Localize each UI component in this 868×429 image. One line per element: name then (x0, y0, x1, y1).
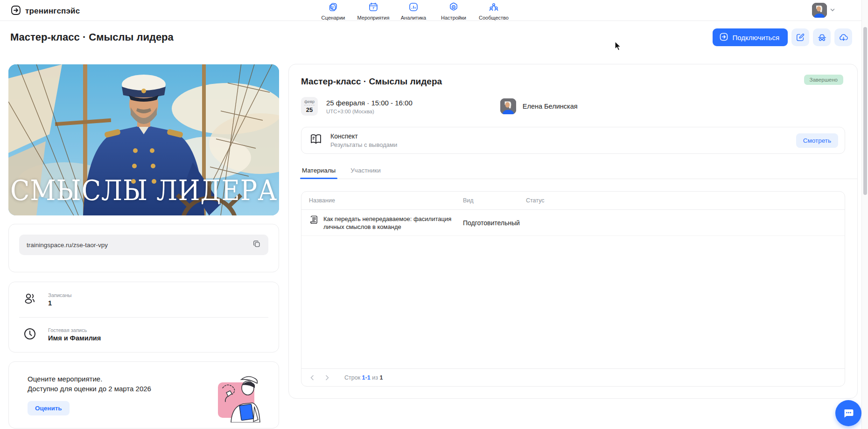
host-name: Елена Белинская (523, 103, 578, 110)
nav-label: Мероприятия (357, 15, 390, 21)
settings-icon (448, 2, 459, 14)
copy-icon[interactable] (252, 240, 261, 250)
event-details-card: Мастер-класс · Смыслы лидера Завершено ф… (288, 64, 858, 399)
community-icon (489, 2, 499, 14)
pagination-text: Строк 1-1 из 1 (344, 374, 383, 381)
enrolled-row: Записаны 1 (19, 282, 268, 317)
document-icon (309, 215, 319, 227)
event-date-text: 25 февраля · 15:00 - 16:00 (326, 99, 413, 107)
nav-label: Аналитика (401, 15, 426, 21)
enter-icon (719, 32, 728, 43)
watch-button[interactable]: Смотреть (796, 133, 838, 148)
nav-item-community[interactable]: Сообщество (474, 2, 514, 21)
rate-button[interactable]: Оценить (28, 401, 70, 415)
edit-button[interactable] (791, 28, 809, 46)
date-chip-day: 25 (306, 106, 313, 113)
chat-icon (842, 407, 854, 419)
chevron-right-icon (324, 374, 330, 381)
nav-item-settings[interactable]: Настройки (434, 2, 474, 21)
event-link-field[interactable]: trainingspace.ru/zse-taor-vpy (19, 235, 268, 255)
col-name: Название (309, 197, 463, 204)
enrolled-value: 1 (48, 299, 71, 307)
rating-illustration (217, 368, 262, 424)
konspekt-title: Конспект (330, 132, 397, 140)
nav-label: Сценарии (322, 15, 345, 21)
chat-button[interactable] (835, 400, 861, 426)
event-host: Елена Белинская (500, 98, 578, 114)
konspekt-bar: Конспект Результаты с выводами Смотреть (301, 127, 845, 154)
date-chip: февр 25 (301, 97, 318, 116)
nav-label: Настройки (441, 15, 466, 21)
connect-button[interactable]: Подключиться (713, 28, 788, 46)
material-name: Как передать непередаваемое: фасилитация… (323, 215, 454, 231)
next-page-button[interactable] (321, 372, 333, 384)
svg-text:7: 7 (372, 6, 375, 10)
date-chip-month: февр (304, 99, 315, 105)
pagination: Строк 1-1 из 1 (301, 368, 845, 386)
col-status: Статус (526, 197, 837, 204)
event-title: Мастер-класс · Смыслы лидера (301, 76, 845, 87)
people-icon (23, 291, 37, 307)
calendar-icon: 7 (368, 2, 378, 14)
table-empty-space (301, 236, 845, 368)
scenarios-icon (328, 2, 338, 14)
rate-event-card: Оцените мероприятие. Доступно для оценки… (8, 361, 279, 429)
nav-item-analytics[interactable]: Аналитика (393, 2, 434, 21)
cloud-download-icon (839, 33, 848, 42)
incognito-button[interactable] (813, 28, 831, 46)
incognito-icon (817, 33, 827, 42)
page-title: Мастер-класс · Смыслы лидера (10, 31, 174, 43)
analytics-icon (408, 2, 419, 14)
nav-item-scenarios[interactable]: Сценарии (313, 2, 353, 21)
chevron-down-icon (830, 6, 835, 14)
host-avatar (500, 98, 516, 114)
tab-materials[interactable]: Материалы (301, 164, 336, 179)
header-actions: Подключиться (713, 28, 852, 46)
user-avatar (812, 3, 827, 18)
materials-table: Название Вид Статус Как передать неперед… (301, 191, 845, 387)
logo-icon (10, 5, 21, 18)
col-type: Вид (463, 197, 526, 204)
status-badge: Завершено (804, 75, 843, 85)
guest-label: Гостевая запись (48, 327, 101, 333)
event-link-card: trainingspace.ru/zse-taor-vpy (8, 224, 279, 272)
edit-icon (796, 33, 805, 42)
konspekt-subtitle: Результаты с выводами (330, 141, 397, 148)
nav-label: Сообщество (479, 15, 509, 21)
event-timezone: UTC+3:00 (Москва) (326, 109, 413, 114)
scrollbar-thumb[interactable] (863, 27, 867, 195)
cover-title-text: СМЫСЛЫ ЛИДЕРА (8, 174, 279, 207)
page-header: Мастер-класс · Смыслы лидера Подключитьс… (0, 21, 861, 54)
scrollbar-track[interactable] (861, 0, 868, 429)
tabs: Материалы Участники (301, 164, 857, 179)
material-type: Подготовительный (463, 219, 526, 227)
guest-value: Имя и Фамилия (48, 334, 101, 342)
logo-text: тренингспэйс (25, 7, 80, 16)
prev-page-button[interactable] (306, 372, 318, 384)
table-row[interactable]: Как передать непередаваемое: фасилитация… (301, 210, 845, 236)
book-icon (309, 132, 323, 148)
download-button[interactable] (834, 28, 852, 46)
event-cover-image: СМЫСЛЫ ЛИДЕРА (8, 64, 279, 215)
table-header: Название Вид Статус (301, 192, 845, 210)
main-nav: Сценарии 7 Мероприятия Аналитика (313, 2, 514, 21)
enrolled-label: Записаны (48, 292, 71, 298)
app-logo[interactable]: тренингспэйс (10, 5, 80, 18)
chevron-left-icon (309, 374, 315, 381)
user-menu[interactable] (812, 3, 835, 18)
event-meta: февр 25 25 февраля · 15:00 - 16:00 UTC+3… (301, 97, 845, 116)
nav-item-events[interactable]: 7 Мероприятия (353, 2, 393, 21)
event-stats-card: Записаны 1 Гостевая запись Имя и Фамилия (8, 282, 279, 353)
event-link-url: trainingspace.ru/zse-taor-vpy (27, 242, 108, 249)
guest-row: Гостевая запись Имя и Фамилия (19, 317, 268, 353)
top-bar: тренингспэйс Сценарии 7 Мероприятия (0, 0, 861, 21)
clock-icon (23, 327, 37, 343)
tab-participants[interactable]: Участники (350, 164, 382, 179)
